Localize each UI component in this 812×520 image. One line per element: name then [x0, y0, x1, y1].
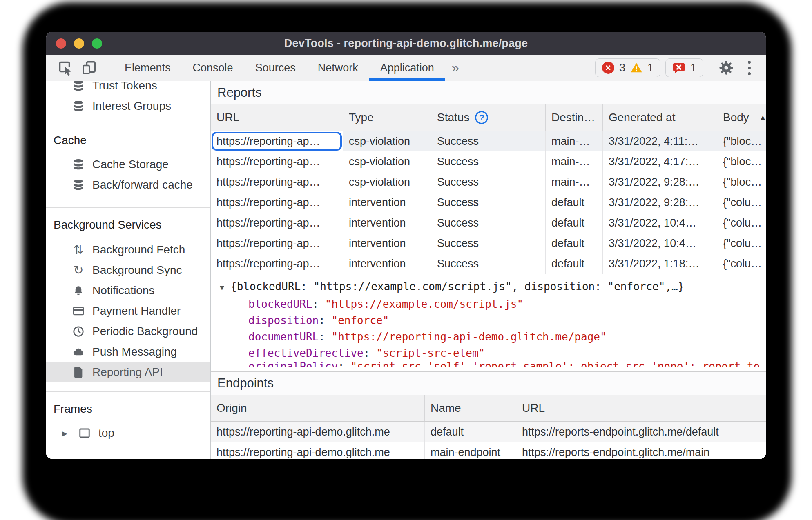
cell-generated-at[interactable]: 3/31/2022, 4:11:… — [603, 131, 717, 151]
column-header-url[interactable]: URL — [516, 395, 766, 421]
sidebar-item-push-messaging[interactable]: Push Messaging — [46, 342, 210, 362]
endpoint-row[interactable]: https://reporting-api-demo.glitch.me def… — [211, 422, 766, 442]
issues-badge[interactable]: 1 — [665, 58, 703, 77]
cell-name[interactable]: main-endpoint — [425, 442, 516, 459]
report-row[interactable]: https://reporting-ap… csp-violation Succ… — [211, 172, 766, 192]
cell-origin[interactable]: https://reporting-api-demo.glitch.me — [211, 422, 425, 442]
cell-body[interactable]: {"bloc… — [717, 172, 766, 192]
sidebar-item-payment-handler[interactable]: Payment Handler — [46, 301, 210, 321]
cell-url[interactable]: https://reporting-ap… — [211, 151, 343, 172]
cell-generated-at[interactable]: 3/31/2022, 1:18:… — [603, 253, 717, 274]
tab-elements[interactable]: Elements — [114, 55, 182, 81]
cell-generated-at[interactable]: 3/31/2022, 9:28:… — [603, 192, 717, 213]
cell-url[interactable]: https://reports-endpoint.glitch.me/defau… — [516, 422, 766, 442]
cell-destination[interactable]: main-… — [546, 172, 603, 192]
cell-type[interactable]: intervention — [343, 233, 431, 253]
cell-status[interactable]: Success — [431, 213, 546, 233]
expand-caret-icon[interactable]: ▸ — [58, 427, 71, 440]
cell-status[interactable]: Success — [431, 131, 546, 151]
settings-gear-icon[interactable] — [714, 55, 738, 81]
column-header-url[interactable]: URL — [211, 104, 343, 131]
cell-type[interactable]: csp-violation — [343, 131, 431, 151]
cell-body[interactable]: {"colu… — [717, 213, 766, 233]
cell-url[interactable]: https://reporting-ap… — [211, 192, 343, 213]
cell-type[interactable]: intervention — [343, 192, 431, 213]
cell-generated-at[interactable]: 3/31/2022, 10:4… — [603, 213, 717, 233]
sidebar-item-background-fetch[interactable]: ⇅ Background Fetch — [46, 240, 210, 260]
cell-generated-at[interactable]: 3/31/2022, 4:17:… — [603, 151, 717, 172]
toolbar-left-icons — [46, 55, 101, 81]
cell-origin[interactable]: https://reporting-api-demo.glitch.me — [211, 442, 425, 459]
console-summary-badge[interactable]: × 3 1 — [595, 58, 660, 77]
report-row[interactable]: https://reporting-ap… csp-violation Succ… — [211, 131, 766, 151]
cell-body[interactable]: {"colu… — [717, 192, 766, 213]
cell-url[interactable]: https://reporting-ap… — [211, 213, 343, 233]
cell-destination[interactable]: default — [546, 192, 603, 213]
cell-status[interactable]: Success — [431, 192, 546, 213]
cell-name[interactable]: default — [425, 422, 516, 442]
tab-network[interactable]: Network — [307, 55, 369, 81]
cell-status[interactable]: Success — [431, 172, 546, 192]
json-preview-line[interactable]: ▼{blockedURL: "https://example.com/scrip… — [218, 278, 766, 296]
report-row[interactable]: https://reporting-ap… csp-violation Succ… — [211, 151, 766, 172]
endpoint-row[interactable]: https://reporting-api-demo.glitch.me mai… — [211, 442, 766, 459]
tab-application[interactable]: Application — [369, 55, 445, 81]
report-row[interactable]: https://reporting-ap… intervention Succe… — [211, 192, 766, 213]
sidebar-item-reporting-api[interactable]: Reporting API — [46, 362, 210, 382]
cell-body[interactable]: {"bloc… — [717, 151, 766, 172]
titlebar[interactable]: DevTools - reporting-api-demo.glitch.me/… — [46, 32, 766, 55]
cell-generated-at[interactable]: 3/31/2022, 10:4… — [603, 233, 717, 253]
cell-url[interactable]: https://reporting-ap… — [211, 233, 343, 253]
status-help-icon[interactable]: ? — [475, 111, 488, 124]
cell-url[interactable]: https://reporting-ap… — [211, 253, 343, 274]
tab-sources[interactable]: Sources — [244, 55, 307, 81]
report-row[interactable]: https://reporting-ap… intervention Succe… — [211, 253, 766, 274]
cell-status[interactable]: Success — [431, 233, 546, 253]
toggle-device-toolbar-icon[interactable] — [77, 55, 101, 81]
column-header-destination[interactable]: Destin… — [546, 104, 603, 131]
cell-status[interactable]: Success — [431, 151, 546, 172]
cell-url[interactable]: https://reporting-ap… — [211, 172, 343, 192]
report-row[interactable]: https://reporting-ap… intervention Succe… — [211, 233, 766, 253]
column-header-generated-at[interactable]: Generated at — [603, 104, 717, 131]
cell-destination[interactable]: main-… — [546, 131, 603, 151]
column-header-origin[interactable]: Origin — [211, 395, 425, 421]
cell-destination[interactable]: default — [546, 213, 603, 233]
sidebar-item-cache-storage[interactable]: Cache Storage — [46, 154, 210, 175]
cell-status[interactable]: Success — [431, 253, 546, 274]
zoom-window-button[interactable] — [92, 38, 102, 49]
sidebar-item-interest-groups[interactable]: Interest Groups — [46, 96, 210, 116]
sidebar-item-periodic-background-sync[interactable]: Periodic Background — [46, 321, 210, 342]
cell-type[interactable]: intervention — [343, 213, 431, 233]
cell-url[interactable]: https://reporting-ap… — [211, 131, 343, 151]
cell-destination[interactable]: default — [546, 253, 603, 274]
cell-type[interactable]: csp-violation — [343, 172, 431, 192]
report-row[interactable]: https://reporting-ap… intervention Succe… — [211, 213, 766, 233]
sidebar-item-trust-tokens[interactable]: Trust Tokens — [46, 81, 210, 96]
column-header-type[interactable]: Type — [343, 104, 431, 131]
close-window-button[interactable] — [56, 38, 66, 49]
column-header-status[interactable]: Status ? — [431, 104, 546, 131]
collapse-triangle-icon[interactable]: ▼ — [218, 280, 230, 296]
customize-menu-icon[interactable] — [738, 55, 760, 81]
more-tabs-icon[interactable]: » — [445, 55, 466, 81]
cell-type[interactable]: csp-violation — [343, 151, 431, 172]
cell-destination[interactable]: main-… — [546, 151, 603, 172]
sidebar-item-top-frame[interactable]: ▸ top — [46, 423, 210, 443]
sidebar-item-back-forward-cache[interactable]: Back/forward cache — [46, 175, 210, 195]
cell-body[interactable]: {"colu… — [717, 233, 766, 253]
cell-body[interactable]: {"colu… — [717, 253, 766, 274]
cell-generated-at[interactable]: 3/31/2022, 9:28:… — [603, 172, 717, 192]
column-header-name[interactable]: Name — [425, 395, 516, 421]
cell-type[interactable]: intervention — [343, 253, 431, 274]
sidebar-item-background-sync[interactable]: ↻ Background Sync — [46, 260, 210, 280]
cell-url[interactable]: https://reports-endpoint.glitch.me/main — [516, 442, 766, 459]
cell-destination[interactable]: default — [546, 233, 603, 253]
minimize-window-button[interactable] — [74, 38, 84, 49]
column-header-body[interactable]: Body ▲ — [717, 104, 766, 131]
cell-body[interactable]: {"bloc… — [717, 131, 766, 151]
sidebar-item-notifications[interactable]: Notifications — [46, 280, 210, 301]
tab-console[interactable]: Console — [182, 55, 244, 81]
endpoints-table: Origin Name URL https://reporting-api-de… — [211, 395, 766, 459]
inspect-element-icon[interactable] — [54, 55, 77, 81]
